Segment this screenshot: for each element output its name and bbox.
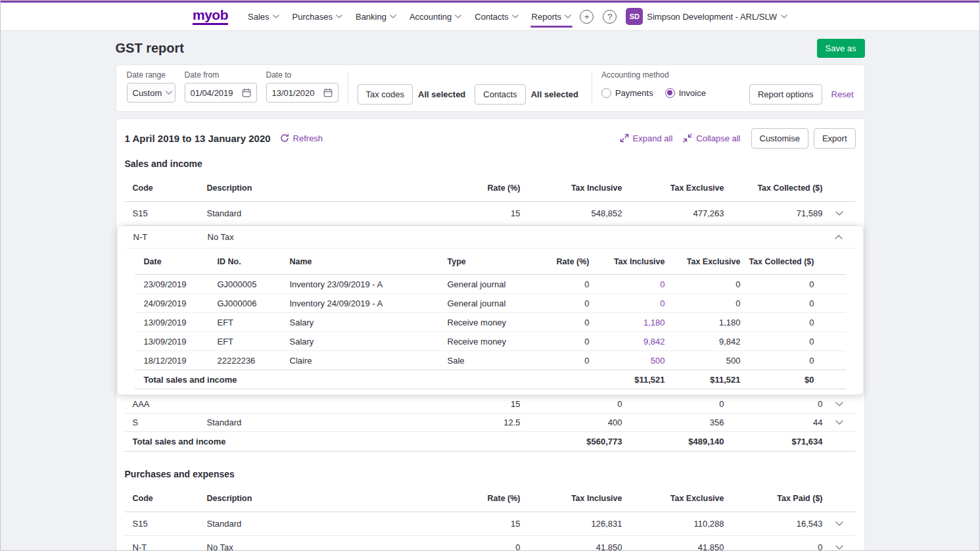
calendar-icon[interactable] [242,88,251,97]
col-header-tax-inclusive: Tax Inclusive [521,494,622,503]
cell-description: Standard [207,519,422,529]
col-header-rate: Rate (%) [422,494,521,503]
contacts-selection-status: All selected [531,89,578,99]
accounting-method-label: Accounting method [601,70,706,80]
cell-date: 18/12/2019 [135,356,218,366]
table-row: AAA 15 0 0 0 [125,395,856,414]
date-to-input[interactable] [272,88,319,98]
help-icon[interactable]: ? [603,10,617,24]
cell-tax-exclusive: 0 [622,399,724,409]
cell-type: Sale [448,356,514,366]
cell-code: AAA [125,399,207,409]
business-name: Simpson Development - ARL/SLW [647,12,777,22]
total-tax-inclusive: $560,773 [521,437,622,446]
transaction-amount-link[interactable]: 0 [590,279,665,289]
table-row: S15 Standard 15 548,852 477,263 71,589 [125,202,856,226]
tax-codes-filter-button[interactable]: Tax codes [358,84,413,105]
page-title: GST report [116,41,184,56]
cell-tax-exclusive: 356 [622,418,724,427]
filter-bar: Date range Custom Date from Date to [116,64,865,112]
contacts-filter-button[interactable]: Contacts [475,84,525,105]
sales-table: Code Description Rate (%) Tax Inclusive … [125,174,856,452]
expand-row-icon[interactable] [823,211,856,216]
customise-button[interactable]: Customise [751,128,808,149]
cell-tax-exclusive: 9,842 [665,337,741,347]
expand-all-icon [620,133,629,143]
collapse-all-icon [683,133,692,143]
cell-rate: 15 [422,208,521,218]
radio-label: Payments [615,88,653,98]
expand-row-icon[interactable] [823,521,856,526]
nav-item-contacts[interactable]: Contacts [468,3,525,30]
save-as-button[interactable]: Save as [817,39,865,58]
transaction-amount-link[interactable]: 1,180 [590,318,665,327]
date-from-input[interactable] [191,88,238,98]
purchases-table: Code Description Rate (%) Tax Inclusive … [125,485,856,551]
nav-item-banking[interactable]: Banking [349,3,403,30]
cell-name: Salary [290,337,448,347]
col-header-code: Code [125,494,207,503]
nav-item-accounting[interactable]: Accounting [403,3,468,30]
radio-payments[interactable]: Payments [601,88,653,98]
col-header-tax-exclusive: Tax Exclusive [622,494,724,503]
cell-description: Standard [207,208,422,218]
transaction-amount-link[interactable]: 0 [590,299,665,308]
collapse-row-icon[interactable] [822,235,855,239]
cell-tax-exclusive: 0 [665,299,741,308]
reset-link[interactable]: Reset [831,89,854,99]
col-header-date: Date [135,257,218,266]
nav-item-sales[interactable]: Sales [241,3,286,30]
cell-rate: 0 [514,299,590,308]
collapse-all-link[interactable]: Collapse all [683,133,740,143]
cell-code: N-T [125,542,207,551]
cell-type: General journal [448,279,514,289]
cell-id: GJ000005 [218,279,290,289]
cell-date: 13/09/2019 [135,337,218,347]
expand-all-link[interactable]: Expand all [620,133,673,143]
total-label: Total sales and income [135,375,290,385]
table-row: S Standard 12.5 400 356 44 [125,414,856,432]
expand-row-icon[interactable] [823,545,856,550]
col-header-tax-collected: Tax Collected ($) [741,257,846,266]
export-button[interactable]: Export [814,128,856,149]
radio-invoice[interactable]: Invoice [665,88,706,98]
chevron-down-icon [166,91,172,95]
nav-item-label: Accounting [409,12,452,22]
chevron-down-icon [512,14,519,18]
cell-code: S15 [125,208,207,218]
chevron-down-icon [336,14,342,18]
expand-row-icon[interactable] [823,420,856,425]
app-window: myob Sales Purchases Banking Accounting [0,0,980,551]
cell-name: Salary [290,318,448,327]
cell-tax-paid: 0 [724,542,823,551]
table-row-group-header[interactable]: N-T No Tax [126,226,855,249]
refresh-link[interactable]: Refresh [280,133,323,143]
cell-tax-collected: 71,589 [724,208,823,218]
cell-description: No Tax [208,232,421,242]
report-options-button[interactable]: Report options [749,84,822,105]
col-header-tax-exclusive: Tax Exclusive [665,257,741,266]
total-label: Total sales and income [125,437,422,446]
nav-item-reports[interactable]: Reports [525,3,578,30]
nav-item-purchases[interactable]: Purchases [286,3,349,30]
create-new-icon[interactable]: + [580,10,594,24]
calendar-icon[interactable] [323,88,333,97]
business-menu[interactable]: SD Simpson Development - ARL/SLW [626,8,787,25]
date-from-label: Date from [185,70,257,80]
date-range-select[interactable]: Custom [127,83,175,103]
nav-item-label: Banking [356,12,386,22]
expand-row-icon[interactable] [823,402,856,406]
radio-icon [665,88,675,98]
cell-rate: 0 [514,337,590,347]
col-header-description: Description [207,183,422,193]
transaction-amount-link[interactable]: 9,842 [590,337,665,347]
cell-tax-inclusive: 41,850 [521,542,622,551]
cell-id: 22222236 [218,356,290,366]
cell-id: EFT [218,318,290,327]
divider [592,72,592,103]
cell-tax-exclusive: 41,850 [622,542,724,551]
transaction-amount-link[interactable]: 500 [590,356,665,366]
cell-id: GJ000006 [218,299,290,308]
cell-id: EFT [218,337,290,347]
myob-logo[interactable]: myob [193,8,228,25]
